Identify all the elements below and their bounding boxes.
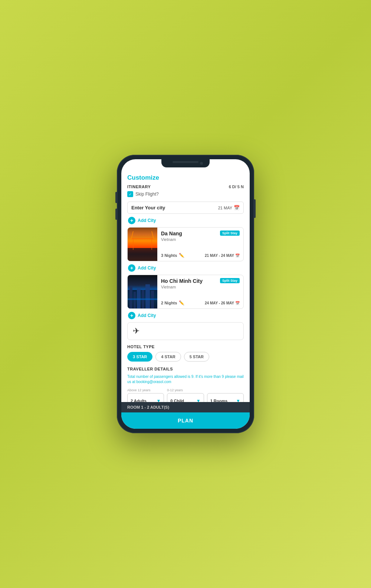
nights-da-nang: 3 Nights: [161, 253, 177, 258]
edit-icon-hcmc[interactable]: ✏️: [179, 300, 184, 306]
hotel-3star-btn[interactable]: 3 STAR: [127, 352, 152, 362]
add-city-label-2: Add City: [138, 265, 156, 271]
duration-badge: 6 D/ 5 N: [229, 184, 244, 189]
svg-rect-0: [128, 248, 157, 261]
svg-rect-9: [137, 288, 141, 308]
city-card-hcmc: Ho Chi Minh City Vietnam Split Stay 2 Ni…: [127, 275, 244, 309]
flight-departure-row[interactable]: ✈: [127, 322, 244, 340]
page-title: Customize: [127, 174, 244, 182]
add-city-label-3: Add City: [138, 313, 156, 318]
skip-flight-checkbox[interactable]: [127, 191, 133, 197]
add-city-button-2[interactable]: + Add City: [127, 264, 244, 272]
city-card-da-nang: Da Nang Vietnam Split Stay 3 Nights ✏️ 2…: [127, 227, 244, 261]
child-sublabel: 0-12 years: [167, 388, 204, 392]
child-dropdown[interactable]: 0 Child ▼: [167, 393, 204, 402]
add-city-label-1: Add City: [138, 218, 156, 223]
hotel-5star-btn[interactable]: 5 STAR: [184, 352, 209, 362]
skip-flight-label: Skip Flight?: [135, 192, 159, 197]
rooms-dropdown[interactable]: 1 Rooms ▼: [207, 393, 244, 402]
city-card-da-nang-body: Da Nang Vietnam Split Stay 3 Nights ✏️ 2…: [157, 228, 243, 261]
city-image-hcmc: [128, 275, 157, 308]
date-range-da-nang: 21 MAY - 24 MAY: [205, 254, 234, 258]
traveller-details-header: TRAVELLER DETAILS: [127, 367, 244, 371]
split-stay-badge-hcmc: Split Stay: [220, 278, 240, 283]
add-city-icon-3: +: [128, 312, 135, 319]
svg-rect-8: [134, 292, 136, 308]
svg-line-4: [131, 231, 133, 239]
rooms-dropdown-arrow: ▼: [236, 398, 240, 402]
city-input-text: Enter Your city: [131, 205, 218, 210]
add-city-button-1[interactable]: + Add City: [127, 217, 244, 224]
split-stay-badge-da-nang: Split Stay: [220, 231, 240, 236]
adults-sublabel: Above 12 years: [127, 388, 164, 392]
add-city-button-3[interactable]: + Add City: [127, 312, 244, 319]
add-city-icon-1: +: [128, 217, 135, 224]
rooms-value: 1 Rooms: [210, 399, 227, 402]
plan-button[interactable]: PLAN: [121, 412, 250, 429]
child-dropdown-arrow: ▼: [196, 398, 201, 402]
adults-value: 2 Adults: [131, 399, 147, 402]
itinerary-label: ITINERARY: [127, 184, 151, 189]
add-city-icon-2: +: [128, 264, 135, 272]
edit-icon-da-nang[interactable]: ✏️: [179, 253, 184, 258]
calendar-icon-da-nang: 📅: [235, 254, 240, 258]
hotel-4star-btn[interactable]: 4 STAR: [155, 352, 181, 362]
svg-rect-7: [129, 286, 132, 308]
city-input-date: 21 MAY: [218, 206, 232, 210]
city-input-container[interactable]: Enter Your city 21 MAY 📅: [127, 202, 244, 214]
svg-line-5: [152, 231, 154, 239]
calendar-icon-hcmc: 📅: [235, 301, 240, 305]
child-value: 0 Child: [170, 399, 184, 402]
city-image-da-nang: [128, 228, 157, 261]
city-name-da-nang: Da Nang: [161, 231, 182, 236]
city-country-hcmc: Vietnam: [161, 285, 203, 289]
rooms-sublabel: [207, 388, 244, 392]
flight-departure-icon: ✈: [133, 326, 139, 336]
date-range-hcmc: 24 MAY - 26 MAY: [205, 301, 234, 305]
bottom-bar: ROOM 1 - 2 ADULT(S): [121, 402, 250, 412]
adults-dropdown[interactable]: 2 Adults ▼: [127, 393, 164, 402]
svg-rect-11: [145, 284, 150, 308]
hotel-type-row: 3 STAR 4 STAR 5 STAR: [127, 352, 244, 362]
calendar-icon: 📅: [234, 205, 240, 210]
traveller-note: Total number of passengers allowed is 9.…: [127, 374, 244, 385]
city-name-hcmc: Ho Chi Minh City: [161, 278, 203, 284]
city-card-hcmc-body: Ho Chi Minh City Vietnam Split Stay 2 Ni…: [157, 275, 243, 308]
city-country-da-nang: Vietnam: [161, 237, 182, 242]
nights-hcmc: 2 Nights: [161, 301, 177, 305]
hotel-type-header: HOTEL TYPE: [127, 344, 244, 349]
adults-dropdown-arrow: ▼: [156, 398, 161, 402]
